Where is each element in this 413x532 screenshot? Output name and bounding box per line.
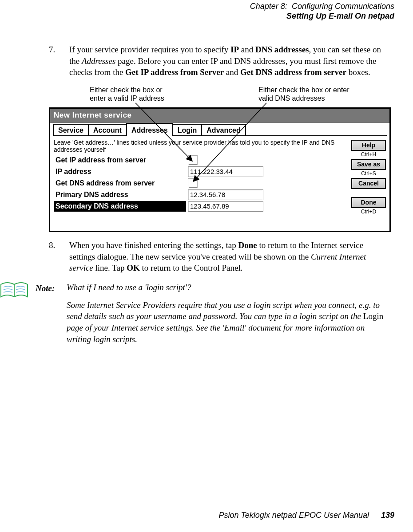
label-get-ip: Get IP address from server	[54, 155, 186, 166]
dialog-side-buttons: Help Ctrl+H Save as Ctrl+S Cancel Done C…	[351, 139, 386, 216]
callout-ip: Either check the box or enter a valid IP…	[90, 86, 179, 102]
done-shortcut: Ctrl+D	[351, 208, 386, 215]
page-content: 7. If your service provider requires you…	[0, 21, 413, 351]
note-question: What if I need to use a 'login script'?	[67, 282, 386, 293]
tab-advanced[interactable]: Advanced	[201, 124, 246, 136]
dialog-form: Leave 'Get address…' lines ticked unless…	[54, 139, 348, 216]
done-button[interactable]: Done	[351, 197, 386, 208]
label-get-dns: Get DNS address from server	[54, 178, 186, 189]
step-8-body: When you have finished entering the sett…	[69, 240, 386, 274]
help-shortcut: Ctrl+H	[351, 151, 386, 158]
dialog-title: New Internet service	[50, 109, 389, 123]
label-secondary-dns: Secondary DNS address	[54, 201, 186, 212]
note-paragraph: Some Internet Service Providers require …	[67, 299, 386, 345]
note-label: Note:	[36, 282, 60, 351]
checkbox-get-ip[interactable]	[188, 155, 198, 165]
step-8-num: 8.	[49, 240, 61, 274]
input-secondary-dns[interactable]: 123.45.67.89	[188, 201, 263, 212]
section-line: Setting Up E-mail On netpad	[0, 12, 394, 21]
help-button[interactable]: Help	[351, 140, 386, 151]
save-as-shortcut: Ctrl+S	[351, 170, 386, 177]
dialog-tabs: Service Account Addresses Login Advanced	[50, 124, 389, 136]
input-ip-address[interactable]: 111.222.33.44	[188, 166, 263, 177]
tab-login[interactable]: Login	[172, 124, 203, 136]
tab-addresses[interactable]: Addresses	[126, 123, 173, 136]
note-block: Note: What if I need to use a 'login scr…	[49, 282, 386, 351]
tab-account[interactable]: Account	[88, 124, 127, 136]
figure-addresses-dialog: Either check the box or enter a valid IP…	[49, 86, 389, 231]
callout-dns: Either check the box or enter valid DNS …	[258, 86, 356, 102]
chapter-line: Chapter 8: Configuring Communications	[0, 2, 394, 12]
tab-service[interactable]: Service	[53, 124, 89, 136]
footer-text: Psion Teklogix netpad EPOC User Manual	[218, 511, 369, 520]
save-as-button[interactable]: Save as	[351, 159, 386, 170]
step-7: 7. If your service provider requires you…	[49, 44, 386, 78]
input-primary-dns[interactable]: 12.34.56.78	[188, 189, 263, 200]
page-number: 139	[371, 511, 394, 520]
cancel-button[interactable]: Cancel	[351, 178, 386, 189]
note-text: What if I need to use a 'login script'? …	[67, 282, 386, 351]
step-8: 8. When you have finished entering the s…	[49, 240, 386, 274]
book-icon	[0, 282, 28, 299]
page-header: Chapter 8: Configuring Communications Se…	[0, 0, 413, 21]
label-primary-dns: Primary DNS address	[54, 189, 186, 200]
step-7-num: 7.	[49, 44, 61, 78]
dialog-new-internet-service: New Internet service Service Account Add…	[49, 107, 391, 232]
label-ip-address: IP address	[54, 166, 186, 177]
step-7-body: If your service provider requires you to…	[69, 44, 386, 78]
checkbox-get-dns[interactable]	[188, 178, 198, 188]
page-footer: Psion Teklogix netpad EPOC User Manual 1…	[218, 510, 394, 520]
dialog-hint: Leave 'Get address…' lines ticked unless…	[54, 139, 348, 153]
cancel-shortcut	[351, 189, 386, 196]
